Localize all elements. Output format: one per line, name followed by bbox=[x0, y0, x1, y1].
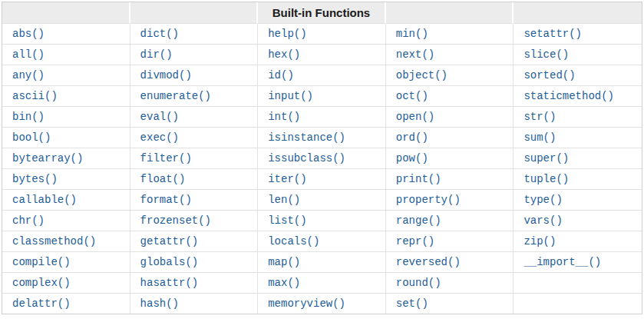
function-link[interactable]: super() bbox=[523, 152, 569, 164]
function-link[interactable]: ord() bbox=[396, 131, 428, 144]
function-link[interactable]: bool() bbox=[12, 131, 51, 144]
function-link[interactable]: filter() bbox=[140, 152, 192, 164]
function-link[interactable]: oct() bbox=[396, 90, 428, 102]
function-link[interactable]: len() bbox=[268, 194, 300, 206]
table-cell: int() bbox=[258, 107, 386, 128]
function-link[interactable]: ascii() bbox=[12, 90, 58, 102]
function-link[interactable]: pow() bbox=[396, 152, 428, 164]
function-link[interactable]: complex() bbox=[12, 277, 71, 289]
function-link[interactable]: classmethod() bbox=[12, 235, 96, 248]
function-link[interactable]: str() bbox=[523, 111, 556, 123]
function-link[interactable]: exec() bbox=[140, 131, 179, 144]
table-cell: __import__() bbox=[514, 252, 642, 273]
function-link[interactable]: id() bbox=[268, 69, 294, 81]
table-cell: pow() bbox=[386, 148, 514, 169]
table-cell: str() bbox=[514, 107, 642, 128]
table-cell: divmod() bbox=[130, 65, 259, 86]
function-link[interactable]: isinstance() bbox=[268, 131, 345, 144]
function-link[interactable]: slice() bbox=[523, 48, 569, 61]
function-link[interactable]: staticmethod() bbox=[523, 90, 614, 102]
function-link[interactable]: divmod() bbox=[140, 69, 192, 81]
function-link[interactable]: dir() bbox=[140, 48, 173, 61]
function-link[interactable]: open() bbox=[396, 111, 434, 123]
table-row: ascii()enumerate()input()oct()staticmeth… bbox=[2, 86, 642, 107]
table-cell: all() bbox=[2, 45, 130, 65]
function-link[interactable]: globals() bbox=[140, 256, 199, 268]
function-link[interactable]: __import__() bbox=[523, 256, 601, 268]
function-link[interactable]: callable() bbox=[12, 194, 77, 206]
table-cell: any() bbox=[2, 65, 130, 86]
function-link[interactable]: delattr() bbox=[12, 297, 71, 310]
function-link[interactable]: property() bbox=[396, 194, 461, 206]
table-row: complex()hasattr()max()round() bbox=[2, 273, 642, 294]
header-row: Built-in Functions bbox=[2, 2, 642, 24]
function-link[interactable]: chr() bbox=[12, 214, 45, 227]
function-link[interactable]: object() bbox=[396, 69, 447, 81]
function-link[interactable]: any() bbox=[12, 69, 45, 81]
table-cell: hash() bbox=[130, 294, 259, 314]
table-cell: id() bbox=[258, 65, 386, 86]
function-link[interactable]: hash() bbox=[140, 297, 179, 310]
function-link[interactable]: iter() bbox=[268, 173, 306, 185]
function-link[interactable]: enumerate() bbox=[140, 90, 211, 102]
function-link[interactable]: sorted() bbox=[523, 69, 575, 81]
function-link[interactable]: getattr() bbox=[140, 235, 199, 248]
function-link[interactable]: next() bbox=[396, 48, 434, 61]
function-link[interactable]: dict() bbox=[140, 28, 179, 40]
function-link[interactable]: tuple() bbox=[523, 173, 569, 185]
function-link[interactable]: map() bbox=[268, 256, 300, 268]
function-link[interactable]: sum() bbox=[523, 131, 556, 144]
table-cell: help() bbox=[258, 24, 386, 45]
table-cell: next() bbox=[386, 45, 514, 65]
table-cell: bin() bbox=[2, 107, 130, 128]
function-link[interactable]: zip() bbox=[523, 235, 556, 248]
function-link[interactable]: range() bbox=[396, 214, 441, 227]
function-link[interactable]: print() bbox=[396, 173, 441, 185]
table-cell: memoryview() bbox=[258, 294, 386, 314]
function-link[interactable]: min() bbox=[396, 28, 428, 40]
table-row: classmethod()getattr()locals()repr()zip(… bbox=[2, 231, 642, 252]
function-link[interactable]: abs() bbox=[12, 28, 45, 40]
function-link[interactable]: round() bbox=[396, 277, 441, 289]
table-cell: delattr() bbox=[2, 294, 130, 314]
function-link[interactable]: vars() bbox=[523, 214, 562, 227]
function-link[interactable]: int() bbox=[268, 111, 300, 123]
table-cell: iter() bbox=[258, 169, 386, 190]
function-link[interactable]: max() bbox=[268, 277, 300, 289]
function-link[interactable]: frozenset() bbox=[140, 214, 211, 227]
table-cell: tuple() bbox=[514, 169, 642, 190]
function-link[interactable]: format() bbox=[140, 194, 192, 206]
function-link[interactable]: help() bbox=[268, 28, 306, 40]
table-cell: filter() bbox=[130, 148, 259, 169]
table-cell: classmethod() bbox=[2, 231, 130, 252]
table-cell: max() bbox=[258, 273, 386, 294]
table-cell: object() bbox=[386, 65, 514, 86]
table-row: delattr()hash()memoryview()set() bbox=[2, 294, 642, 314]
table-cell: float() bbox=[130, 169, 259, 190]
table-cell: vars() bbox=[514, 211, 642, 231]
function-link[interactable]: repr() bbox=[396, 235, 434, 248]
table-row: chr()frozenset()list()range()vars() bbox=[2, 211, 642, 231]
function-link[interactable]: list() bbox=[268, 214, 306, 227]
function-link[interactable]: memoryview() bbox=[268, 297, 345, 310]
function-link[interactable]: type() bbox=[523, 194, 562, 206]
function-link[interactable]: input() bbox=[268, 90, 313, 102]
function-link[interactable]: hasattr() bbox=[140, 277, 199, 289]
function-link[interactable]: compile() bbox=[12, 256, 71, 268]
function-link[interactable]: set() bbox=[396, 297, 428, 310]
function-link[interactable]: reversed() bbox=[396, 256, 461, 268]
function-link[interactable]: bytearray() bbox=[12, 152, 83, 164]
table-cell: exec() bbox=[130, 128, 259, 148]
function-link[interactable]: all() bbox=[12, 48, 45, 61]
table-cell: bool() bbox=[2, 128, 130, 148]
function-link[interactable]: bytes() bbox=[12, 173, 58, 185]
function-link[interactable]: eval() bbox=[140, 111, 179, 123]
table-cell: format() bbox=[130, 190, 259, 211]
function-link[interactable]: locals() bbox=[268, 235, 319, 248]
table-header: Built-in Functions bbox=[2, 2, 642, 24]
function-link[interactable]: setattr() bbox=[523, 28, 582, 40]
function-link[interactable]: float() bbox=[140, 173, 186, 185]
function-link[interactable]: bin() bbox=[12, 111, 45, 123]
function-link[interactable]: hex() bbox=[268, 48, 300, 61]
function-link[interactable]: issubclass() bbox=[268, 152, 345, 164]
